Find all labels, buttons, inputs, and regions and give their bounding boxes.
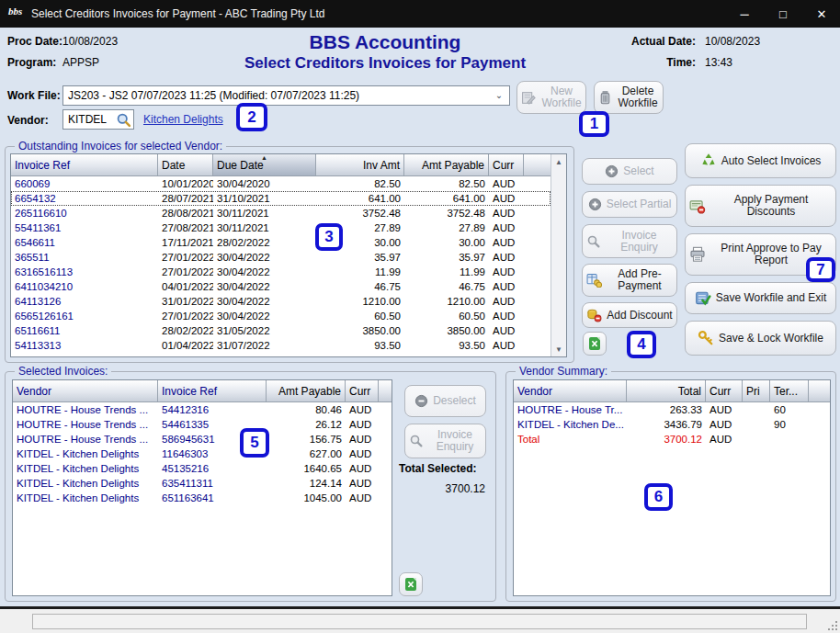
column-header-curr[interactable]: Curr — [489, 154, 524, 175]
vertical-scrollbar[interactable]: ▲ ▼ — [551, 154, 566, 356]
select-partial-button[interactable]: Select Partial — [582, 191, 677, 218]
table-row[interactable]: 26511661028/08/202130/11/20213752.483752… — [11, 206, 551, 220]
total-selected-label: Total Selected: — [399, 462, 476, 475]
table-cell: AUD — [346, 478, 379, 489]
table-cell: 54113313 — [11, 340, 158, 351]
vendor-name-link[interactable]: Kitchen Delights — [143, 113, 223, 126]
table-row[interactable]: 66006910/01/202030/04/202082.5082.50AUD — [11, 176, 551, 191]
minimize-button[interactable]: ─ — [726, 0, 763, 28]
select-button[interactable]: Select — [582, 158, 677, 185]
column-header-curr[interactable]: Curr — [706, 380, 743, 401]
table-row[interactable]: 5411331301/04/202231/07/202293.5093.50AU… — [11, 338, 551, 353]
table-cell: KITDEL - Kitchen Delights — [13, 478, 158, 489]
column-header-terms[interactable]: Ter... — [770, 380, 809, 401]
auto-select-invoices-button[interactable]: Auto Select Invoices — [685, 143, 836, 178]
new-workfile-button[interactable]: New Workfile — [516, 81, 586, 114]
table-cell: 93.50 — [316, 340, 404, 351]
maximize-button[interactable]: □ — [765, 0, 801, 28]
table-cell: 04/01/2022 — [158, 281, 213, 292]
table-row[interactable]: 665413228/07/202131/10/2021641.00641.00A… — [11, 191, 551, 206]
table-cell: KITDEL - Kitchen Delights — [13, 463, 158, 474]
column-header-inv-amt[interactable]: Inv Amt — [316, 154, 404, 175]
table-row[interactable]: 654661117/11/202128/02/202230.0030.00AUD — [11, 235, 551, 250]
table-cell: 124.14 — [267, 478, 346, 489]
table-cell: 01/04/2022 — [158, 340, 213, 351]
table-cell: 3436.79 — [627, 419, 706, 430]
column-header-invoice-ref[interactable]: Invoice Ref — [11, 154, 158, 175]
column-header-total[interactable]: Total — [627, 380, 706, 401]
table-cell: KITDEL - Kitchen Delights — [13, 492, 158, 503]
table-cell: 635411311 — [158, 478, 267, 489]
table-row[interactable]: 6411312631/01/202230/04/20221210.001210.… — [11, 294, 551, 309]
table-cell: AUD — [706, 419, 743, 430]
selected-table-header: Vendor Invoice Ref Amt Payable Curr — [13, 380, 392, 402]
deselect-button[interactable]: Deselect — [404, 385, 486, 417]
table-cell: 31/07/2022 — [213, 340, 316, 351]
table-cell: 45135216 — [158, 463, 267, 474]
table-cell: AUD — [489, 340, 524, 351]
vendor-code-input[interactable]: KITDEL — [62, 109, 134, 130]
export-excel-button[interactable] — [583, 332, 607, 356]
outstanding-table-body: 66006910/01/202030/04/202082.5082.50AUD6… — [11, 176, 551, 353]
table-row[interactable]: KITDEL - Kitchen Delights11646303627.00A… — [13, 446, 392, 461]
table-row[interactable]: 6511661128/02/202231/05/20223850.003850.… — [11, 323, 551, 338]
scroll-down-icon[interactable]: ▼ — [551, 342, 566, 356]
column-header-due-date[interactable]: ▲Due Date — [213, 154, 316, 175]
export-excel-button[interactable] — [399, 572, 423, 596]
workfile-select[interactable]: JS203 - JS2 07/07/2023 11:25 (Modified: … — [62, 85, 510, 106]
table-cell: 26.12 — [267, 419, 346, 430]
vendor-search-icon[interactable] — [116, 112, 131, 128]
table-row[interactable]: KITDEL - Kitchen Delights451352161640.65… — [13, 461, 392, 476]
table-cell: AUD — [489, 311, 524, 322]
table-cell: HOUTRE - House Trends ... — [13, 434, 158, 445]
table-cell: 27/08/2021 — [158, 222, 213, 233]
add-prepayment-button[interactable]: Add Pre-Payment — [582, 264, 677, 297]
table-row[interactable]: KITDEL - Kitchen Delights6511636411045.0… — [13, 491, 392, 505]
close-button[interactable]: ✕ — [803, 0, 840, 28]
table-row[interactable]: 656512616127/01/202230/04/202260.5060.50… — [11, 309, 551, 323]
table-row[interactable]: 631651611327/01/202230/04/202211.9911.99… — [11, 265, 551, 279]
resize-grip[interactable] — [826, 619, 837, 630]
add-discount-button[interactable]: Add Discount — [582, 302, 677, 328]
table-row[interactable]: KITDEL - Kitchen De...3436.79AUD90 — [514, 417, 830, 432]
table-cell: 263.33 — [627, 404, 706, 415]
save-workfile-and-exit-button[interactable]: Save Workfile and Exit — [685, 282, 836, 314]
table-row[interactable]: 36551127/01/202230/04/202235.9735.97AUD — [11, 250, 551, 265]
proc-date-label: Proc Date: — [7, 35, 62, 48]
column-header-amt-payable[interactable]: Amt Payable — [267, 380, 346, 401]
table-cell: 30/11/2021 — [213, 222, 316, 233]
delete-workfile-icon — [598, 90, 612, 105]
table-row[interactable]: 641103421004/01/202230/04/202246.7546.75… — [11, 279, 551, 294]
table-cell: 28/02/2022 — [213, 237, 316, 248]
table-cell: AUD — [489, 237, 524, 248]
chevron-down-icon[interactable]: ⌄ — [493, 90, 505, 103]
invoice-enquiry-button[interactable]: Invoice Enquiry — [582, 224, 677, 258]
scroll-up-icon[interactable]: ▲ — [551, 154, 566, 169]
time-value: 13:43 — [705, 56, 732, 69]
annotation-2: 2 — [236, 103, 267, 131]
table-cell: 28/02/2022 — [158, 325, 213, 336]
invoice-enquiry-button[interactable]: Invoice Enquiry — [404, 424, 486, 458]
table-row[interactable]: Total3700.12AUD — [514, 432, 830, 446]
table-cell: 27/01/2022 — [158, 252, 213, 263]
column-header-pri[interactable]: Pri — [743, 380, 770, 401]
column-header-vendor[interactable]: Vendor — [13, 380, 158, 401]
table-row[interactable]: KITDEL - Kitchen Delights635411311124.14… — [13, 476, 392, 491]
save-and-lock-workfile-button[interactable]: Save & Lock Workfile — [685, 321, 836, 356]
bbs-logo-icon: bbs — [8, 6, 27, 22]
column-header-curr[interactable]: Curr — [346, 380, 379, 401]
delete-workfile-button[interactable]: Delete Workfile — [594, 81, 664, 114]
annotation-7: 7 — [806, 257, 835, 282]
column-header-vendor[interactable]: Vendor — [514, 380, 627, 401]
column-header-amt-payable[interactable]: Amt Payable — [404, 154, 489, 175]
table-row[interactable]: HOUTRE - House Trends ...5441231680.46AU… — [13, 402, 392, 417]
apply-payment-discounts-button[interactable]: Apply Payment Discounts — [685, 185, 836, 227]
table-row[interactable]: HOUTRE - House Trends ...586945631156.75… — [13, 432, 392, 446]
column-header-date[interactable]: Date — [158, 154, 213, 175]
table-row[interactable]: HOUTRE - House Tr...263.33AUD60 — [514, 402, 830, 417]
column-header-invoice-ref[interactable]: Invoice Ref — [158, 380, 267, 401]
table-row[interactable]: 5541136127/08/202130/11/202127.8927.89AU… — [11, 220, 551, 235]
table-row[interactable]: HOUTRE - House Trends ...5446133526.12AU… — [13, 417, 392, 432]
table-cell: 46.75 — [316, 281, 404, 292]
save-check-icon — [695, 290, 711, 307]
